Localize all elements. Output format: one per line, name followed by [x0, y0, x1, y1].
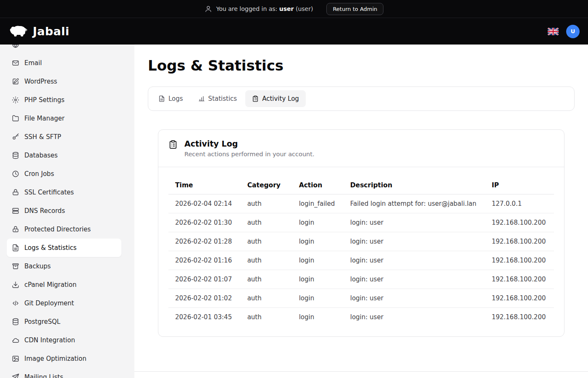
cell-time: 2026-02-02 01:30	[168, 213, 241, 232]
clipboard-list-icon	[168, 140, 178, 149]
clipboard-list-icon	[252, 95, 259, 102]
sidebar-item-cdn-integration[interactable]: CDN Integration	[7, 331, 121, 349]
cell-action: login	[292, 308, 344, 327]
card-subtitle: Recent actions performed in your account…	[184, 151, 315, 158]
cell-time: 2026-02-01 03:45	[168, 308, 241, 327]
cell-description: login: user	[344, 289, 485, 308]
sidebar-item-logs-statistics[interactable]: Logs & Statistics	[7, 239, 121, 257]
gear-icon	[12, 96, 19, 104]
sidebar-item-partial[interactable]	[7, 45, 121, 54]
sidebar-item-cpanel-migration[interactable]: cPanel Migration	[7, 276, 121, 294]
footer-divider	[134, 371, 588, 378]
tab-statistics[interactable]: Statistics	[192, 90, 244, 107]
cell-ip: 192.168.100.200	[485, 308, 554, 327]
file-text-icon	[158, 95, 165, 102]
download-icon	[12, 281, 19, 289]
cell-description: login: user	[344, 270, 485, 289]
sidebar-item-label: WordPress	[24, 78, 57, 85]
cell-ip: 192.168.100.200	[485, 213, 554, 232]
sidebar-item-label: SSH & SFTP	[24, 133, 61, 141]
sidebar-item-file-manager[interactable]: File Manager	[7, 109, 121, 128]
cell-action: login	[292, 270, 344, 289]
cell-action: login	[292, 289, 344, 308]
uk-flag-icon[interactable]	[548, 28, 559, 35]
cell-ip: 127.0.0.1	[485, 194, 554, 213]
sidebar-item-label: Protected Directories	[24, 226, 91, 233]
tab-logs[interactable]: Logs	[152, 90, 190, 107]
database-icon	[12, 318, 19, 326]
user-icon	[205, 5, 212, 13]
sidebar-item-dns-records[interactable]: DNS Records	[7, 202, 121, 220]
sidebar-item-git-deployment[interactable]: Git Deployment	[7, 294, 121, 312]
col-header-ip: IP	[485, 177, 554, 194]
tab-label: Logs	[168, 95, 183, 102]
avatar[interactable]: U	[566, 25, 580, 38]
sidebar-item-ssh-sftp[interactable]: SSH & SFTP	[7, 128, 121, 146]
activity-table: Time Category Action Description IP 2026…	[168, 177, 554, 326]
sidebar-item-label: Databases	[24, 152, 58, 159]
sidebar-item-databases[interactable]: Databases	[7, 146, 121, 165]
sidebar-item-image-optimization[interactable]: Image Optimization	[7, 349, 121, 368]
image-icon	[12, 355, 19, 362]
sidebar-item-cron-jobs[interactable]: Cron Jobs	[7, 165, 121, 183]
cell-description: login: user	[344, 308, 485, 327]
cell-description: Failed login attempt for: user@jabali.la…	[344, 194, 485, 213]
table-row: 2026-02-04 02:14 auth login_failed Faile…	[168, 194, 554, 213]
sidebar-item-label: Backups	[24, 262, 51, 270]
sidebar-item-email[interactable]: Email	[7, 54, 121, 72]
cell-category: auth	[241, 213, 292, 232]
bar-chart-icon	[198, 95, 205, 102]
clock-icon	[12, 170, 19, 178]
table-row: 2026-02-02 01:16 auth login login: user …	[168, 251, 554, 270]
sidebar-item-ssl-certificates[interactable]: SSL Certificates	[7, 183, 121, 202]
tab-label: Statistics	[208, 95, 237, 102]
mail-icon	[12, 59, 19, 67]
sidebar-item-label: SSL Certificates	[24, 189, 74, 196]
table-row: 2026-02-02 01:30 auth login login: user …	[168, 213, 554, 232]
return-to-admin-button[interactable]: Return to Admin	[326, 3, 383, 15]
boar-icon	[8, 25, 29, 38]
tab-activity-log[interactable]: Activity Log	[245, 90, 306, 107]
sidebar-item-label: Email	[24, 59, 42, 67]
sidebar-item-label: Mailing Lists	[24, 373, 63, 378]
table-row: 2026-02-02 01:28 auth login login: user …	[168, 232, 554, 251]
lock-icon	[12, 189, 19, 196]
sidebar-item-label: PostgreSQL	[24, 318, 60, 326]
lock-icon	[12, 226, 19, 233]
brand[interactable]: Jabali	[8, 25, 69, 38]
card-header-text: Activity Log Recent actions performed in…	[184, 139, 315, 158]
sidebar-item-label: File Manager	[24, 115, 65, 122]
sidebar-item-label: CDN Integration	[24, 336, 75, 344]
sidebar-item-php-settings[interactable]: PHP Settings	[7, 91, 121, 109]
cell-category: auth	[241, 289, 292, 308]
send-icon	[12, 373, 19, 378]
cell-ip: 192.168.100.200	[485, 289, 554, 308]
page-title: Logs & Statistics	[148, 57, 575, 74]
pen-square-icon	[12, 78, 19, 85]
cell-time: 2026-02-02 01:07	[168, 270, 241, 289]
sidebar-item-wordpress[interactable]: WordPress	[7, 72, 121, 91]
cell-category: auth	[241, 232, 292, 251]
col-header-description: Description	[344, 177, 485, 194]
cell-action: login_failed	[292, 194, 344, 213]
sidebar-item-label: PHP Settings	[24, 96, 65, 104]
cell-action: login	[292, 213, 344, 232]
logged-in-text: You are logged in as: user (user)	[216, 5, 313, 12]
cell-category: auth	[241, 194, 292, 213]
sidebar-item-backups[interactable]: Backups	[7, 257, 121, 276]
cell-ip: 192.168.100.200	[485, 270, 554, 289]
col-header-action: Action	[292, 177, 344, 194]
table-header-row: Time Category Action Description IP	[168, 177, 554, 194]
cloud-icon	[12, 336, 19, 344]
table-row: 2026-02-02 01:02 auth login login: user …	[168, 289, 554, 308]
sidebar-item-postgresql[interactable]: PostgreSQL	[7, 312, 121, 331]
cell-category: auth	[241, 308, 292, 327]
globe-icon	[12, 45, 19, 48]
sidebar-item-protected-directories[interactable]: Protected Directories	[7, 220, 121, 239]
server-icon	[12, 207, 19, 215]
sidebar-item-label: Cron Jobs	[24, 170, 54, 178]
app-header: Jabali U	[0, 18, 588, 45]
sidebar-item-mailing-lists[interactable]: Mailing Lists	[7, 368, 121, 378]
sidebar-item-label: Image Optimization	[24, 355, 87, 362]
cell-time: 2026-02-04 02:14	[168, 194, 241, 213]
